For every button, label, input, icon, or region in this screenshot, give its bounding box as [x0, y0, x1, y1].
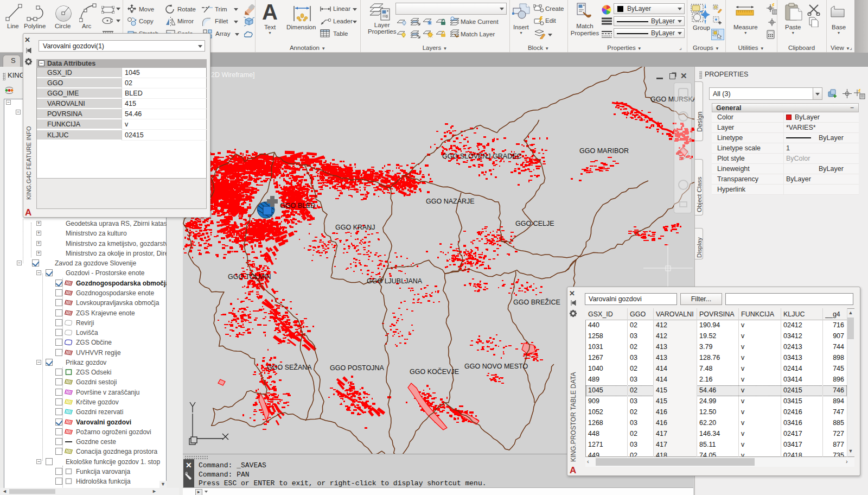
svg-text:GGO SEŽANA: GGO SEŽANA [267, 363, 312, 371]
svg-text:GGO NOVO MESTO: GGO NOVO MESTO [464, 363, 528, 370]
svg-text:GGO BLED: GGO BLED [280, 202, 315, 210]
svg-text:GGO BREŽICE: GGO BREŽICE [513, 298, 560, 306]
svg-text:GGO TOLMIN: GGO TOLMIN [228, 273, 271, 281]
svg-text:GGO NAZARJE: GGO NAZARJE [426, 198, 475, 205]
svg-text:GGO KRANJ: GGO KRANJ [335, 224, 375, 231]
svg-text:GGO SLOVENJ GRADEC: GGO SLOVENJ GRADEC [442, 153, 522, 160]
svg-text:GGO KOČEVJE: GGO KOČEVJE [410, 367, 459, 376]
svg-text:GGO POSTOJNA: GGO POSTOJNA [330, 364, 384, 372]
svg-text:GGO MARIBOR: GGO MARIBOR [579, 147, 629, 155]
svg-text:GGO LJUBLJANA: GGO LJUBLJANA [367, 277, 423, 285]
svg-text:KING.G4C FEATURE INFO: KING.G4C FEATURE INFO [25, 126, 32, 200]
svg-text:KING.PROSTOR TABLE DATA: KING.PROSTOR TABLE DATA [570, 372, 577, 462]
svg-text:GGO CELJE: GGO CELJE [515, 220, 554, 227]
